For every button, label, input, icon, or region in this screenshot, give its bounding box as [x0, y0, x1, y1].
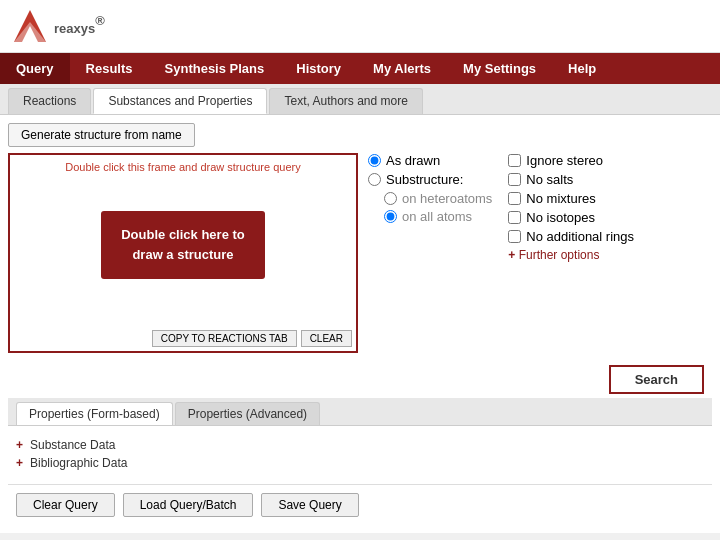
search-row: Search	[8, 361, 712, 398]
generate-btn-row: Generate structure from name	[8, 123, 712, 147]
tab-reactions[interactable]: Reactions	[8, 88, 91, 114]
check-no-mixtures[interactable]: No mixtures	[508, 191, 634, 206]
draw-panel-hint: Double click this frame and draw structu…	[10, 155, 356, 175]
search-mode-group: As drawn Substructure: on heteroatoms on…	[368, 153, 492, 353]
clear-structure-button[interactable]: CLEAR	[301, 330, 352, 347]
nav-synthesis-plans[interactable]: Synthesis Plans	[149, 53, 281, 84]
tab-substances[interactable]: Substances and Properties	[93, 88, 267, 114]
nav-my-alerts[interactable]: My Alerts	[357, 53, 447, 84]
properties-section: Substance Data Bibliographic Data	[8, 432, 712, 480]
nav-my-settings[interactable]: My Settings	[447, 53, 552, 84]
draw-panel[interactable]: Double click this frame and draw structu…	[8, 153, 358, 353]
check-no-isotopes[interactable]: No isotopes	[508, 210, 634, 225]
check-ignore-stereo[interactable]: Ignore stereo	[508, 153, 634, 168]
draw-center: Double click here to draw a structure	[10, 175, 356, 315]
further-options-toggle[interactable]: Further options	[508, 248, 634, 262]
substance-data-item[interactable]: Substance Data	[16, 438, 704, 452]
query-tabs: Reactions Substances and Properties Text…	[0, 84, 720, 115]
header: reaxys®	[0, 0, 720, 53]
nav-results[interactable]: Results	[70, 53, 149, 84]
draw-panel-footer: COPY TO REACTIONS TAB CLEAR	[148, 326, 356, 351]
radio-heteroatoms[interactable]: on heteroatoms	[384, 191, 492, 206]
options-area: As drawn Substructure: on heteroatoms on…	[368, 153, 712, 353]
copy-to-reactions-button[interactable]: COPY TO REACTIONS TAB	[152, 330, 297, 347]
app-name: reaxys®	[54, 13, 105, 39]
tab-text-authors[interactable]: Text, Authors and more	[269, 88, 422, 114]
tab-properties-advanced[interactable]: Properties (Advanced)	[175, 402, 320, 425]
check-no-rings[interactable]: No additional rings	[508, 229, 634, 244]
tab-properties-form[interactable]: Properties (Form-based)	[16, 402, 173, 425]
structure-area: Double click this frame and draw structu…	[8, 153, 712, 353]
load-query-button[interactable]: Load Query/Batch	[123, 493, 254, 517]
radio-all-atoms[interactable]: on all atoms	[384, 209, 492, 224]
logo: reaxys®	[12, 8, 105, 44]
filter-checkboxes: Ignore stereo No salts No mixtures No is…	[508, 153, 634, 353]
nav-help[interactable]: Help	[552, 53, 612, 84]
search-button[interactable]: Search	[609, 365, 704, 394]
nav-history[interactable]: History	[280, 53, 357, 84]
radio-as-drawn[interactable]: As drawn	[368, 153, 492, 168]
bibliographic-data-item[interactable]: Bibliographic Data	[16, 456, 704, 470]
generate-structure-button[interactable]: Generate structure from name	[8, 123, 195, 147]
logo-icon	[12, 8, 48, 44]
nav-query[interactable]: Query	[0, 53, 70, 84]
draw-structure-button[interactable]: Double click here to draw a structure	[101, 211, 265, 278]
main-content: Generate structure from name Double clic…	[0, 115, 720, 533]
save-query-button[interactable]: Save Query	[261, 493, 358, 517]
radio-substructure[interactable]: Substructure:	[368, 172, 492, 187]
main-nav: Query Results Synthesis Plans History My…	[0, 53, 720, 84]
check-no-salts[interactable]: No salts	[508, 172, 634, 187]
lower-tabs: Properties (Form-based) Properties (Adva…	[8, 398, 712, 426]
clear-query-button[interactable]: Clear Query	[16, 493, 115, 517]
substructure-options: on heteroatoms on all atoms	[368, 191, 492, 224]
bottom-buttons: Clear Query Load Query/Batch Save Query	[8, 484, 712, 525]
